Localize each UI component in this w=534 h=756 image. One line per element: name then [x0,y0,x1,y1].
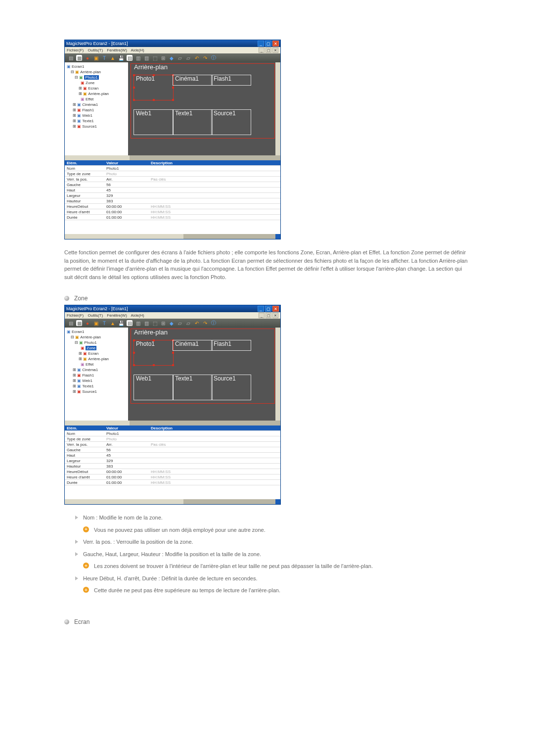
property-row[interactable]: Type de zonePhoto [65,436,280,442]
menu-tools[interactable]: Outils(T) [88,48,103,52]
tool-icon[interactable]: ▲ [110,320,116,326]
zone-source1[interactable]: Source1 [211,375,251,400]
tool-record-icon[interactable]: ● [85,320,90,326]
zone-web1[interactable]: Web1 [134,375,174,400]
property-row[interactable]: NomPhoto1 [65,431,280,436]
zone-photo1[interactable]: Photo1 [134,340,174,366]
tool-redo-icon[interactable]: ↷ [202,55,208,61]
col-desc[interactable]: Description [149,160,280,166]
tool-icon[interactable]: ▱ [185,320,191,326]
property-row[interactable]: Verr. la pos.Arr.Pas clés [65,442,280,447]
property-row[interactable]: Haut45 [65,188,280,193]
tool-icon[interactable]: ▥ [135,320,141,326]
menu-file[interactable]: Fichier(F) [67,48,84,52]
tool-icon[interactable]: ▣ [93,320,99,326]
menu-window[interactable]: Fenêtre(W) [107,48,127,52]
tool-icon[interactable]: ⬚ [152,320,158,326]
tool-icon[interactable]: ▱ [185,55,191,61]
zone-texte1[interactable]: Texte1 [173,109,213,135]
col-desc[interactable]: Description [149,425,280,431]
tool-icon[interactable]: ▲ [110,55,116,61]
vertical-scrollbar[interactable] [275,328,280,421]
zone-web1[interactable]: Web1 [134,109,174,135]
tree-pane[interactable]: ▣Ecran1 ⊟ ▣Arrière-plan ⊟ ▣Photo1 ▣Zone … [65,62,128,155]
canvas-pane[interactable]: Arrière-plan Photo1 Cinéma1 Flash1 Web1 … [128,328,275,421]
zone-cinema1[interactable]: Cinéma1 [173,75,213,86]
tool-save-icon[interactable]: 💾 [118,55,124,61]
tool-icon[interactable]: ◆ [169,320,175,326]
close-button[interactable]: ✕ [272,306,279,312]
horizontal-scrollbar[interactable] [65,155,280,160]
zone-flash1[interactable]: Flash1 [211,75,251,86]
tool-icon[interactable]: ▤ [68,320,74,326]
zone-source1[interactable]: Source1 [211,109,251,135]
property-row[interactable]: Durée01:00:00HH:MM:SS [65,480,280,485]
property-row[interactable]: HeureDébut00:00:00HH:MM:SS [65,469,280,474]
col-valeur[interactable]: Valeur [104,160,149,166]
zone-cinema1[interactable]: Cinéma1 [173,340,213,351]
menu-help[interactable]: Aide(H) [131,48,144,52]
vertical-scrollbar[interactable] [275,62,280,155]
tool-icon[interactable]: ▦ [76,320,82,326]
canvas-pane[interactable]: Arrière-plan Photo1 Cinéma1 Flash1 Web1 … [128,62,275,155]
mdi-restore[interactable]: ▢ [266,47,271,53]
horizontal-scrollbar[interactable] [65,421,280,425]
zone-photo1[interactable]: Photo1 [134,75,174,100]
minimize-button[interactable]: _ [258,41,264,47]
tool-help-icon[interactable]: ⓘ [211,55,217,61]
property-row[interactable]: Largeur329 [65,458,280,464]
tool-icon[interactable]: ▥ [143,320,149,326]
tool-record-icon[interactable]: ● [85,55,90,61]
tool-text-icon[interactable]: T [101,55,107,61]
tool-icon[interactable]: ▣ [93,55,99,61]
tool-icon[interactable]: ▤ [127,55,133,61]
col-elem[interactable]: Elém. [65,160,104,166]
menu-help[interactable]: Aide(H) [131,313,144,318]
tool-icon[interactable]: ▱ [177,320,183,326]
property-row[interactable]: Hauteur383 [65,198,280,204]
tool-undo-icon[interactable]: ↶ [194,55,200,61]
tool-icon[interactable]: ▥ [135,55,141,61]
col-elem[interactable]: Elém. [65,425,104,431]
mdi-minimize[interactable]: _ [259,313,265,318]
property-row[interactable]: Type de zonePhoto [65,171,280,177]
tool-icon[interactable]: ◆ [169,55,175,61]
zone-texte1[interactable]: Texte1 [173,375,213,400]
property-row[interactable]: HeureDébut00:00:00HH:MM:SS [65,204,280,209]
tool-icon[interactable]: ▤ [68,55,74,61]
tool-icon[interactable]: ▱ [177,55,183,61]
tool-icon[interactable]: ⬚ [152,55,158,61]
col-valeur[interactable]: Valeur [104,425,149,431]
tool-help-icon[interactable]: ⓘ [211,320,217,326]
property-row[interactable]: Heure d'arrêt01:00:00HH:MM:SS [65,209,280,215]
property-row[interactable]: Gauche56 [65,447,280,453]
property-row[interactable]: Verr. la pos.Arr.Pas clés [65,177,280,182]
tool-icon[interactable]: ▥ [143,55,149,61]
tool-redo-icon[interactable]: ↷ [202,320,208,326]
menu-tools[interactable]: Outils(T) [88,313,103,318]
tool-icon[interactable]: ▤ [127,320,133,326]
property-row[interactable]: NomPhoto1 [65,166,280,171]
tool-undo-icon[interactable]: ↶ [194,320,200,326]
mdi-close[interactable]: ✕ [272,47,278,53]
tool-save-icon[interactable]: 💾 [118,320,124,326]
menu-file[interactable]: Fichier(F) [67,313,84,318]
mdi-close[interactable]: ✕ [272,313,278,318]
zone-flash1[interactable]: Flash1 [211,340,251,351]
tool-icon[interactable]: ⊞ [160,320,166,326]
tree-pane[interactable]: ▣Ecran1 ⊟ ▣Arrière-plan ⊟ ▣Photo1 ▣Zone … [65,328,128,421]
property-scrollbar[interactable] [65,499,280,504]
tool-icon[interactable]: ⊞ [160,55,166,61]
minimize-button[interactable]: _ [258,306,264,312]
maximize-button[interactable]: ▢ [265,306,271,312]
close-button[interactable]: ✕ [272,41,279,47]
property-row[interactable]: Hauteur383 [65,464,280,469]
property-row[interactable]: Durée01:00:00HH:MM:SS [65,215,280,220]
menu-window[interactable]: Fenêtre(W) [107,313,127,318]
tool-text-icon[interactable]: T [101,320,107,326]
property-row[interactable]: Largeur329 [65,193,280,198]
mdi-minimize[interactable]: _ [259,47,265,53]
property-row[interactable]: Heure d'arrêt01:00:00HH:MM:SS [65,474,280,480]
maximize-button[interactable]: ▢ [265,41,271,47]
tool-icon[interactable]: ▦ [76,55,82,61]
